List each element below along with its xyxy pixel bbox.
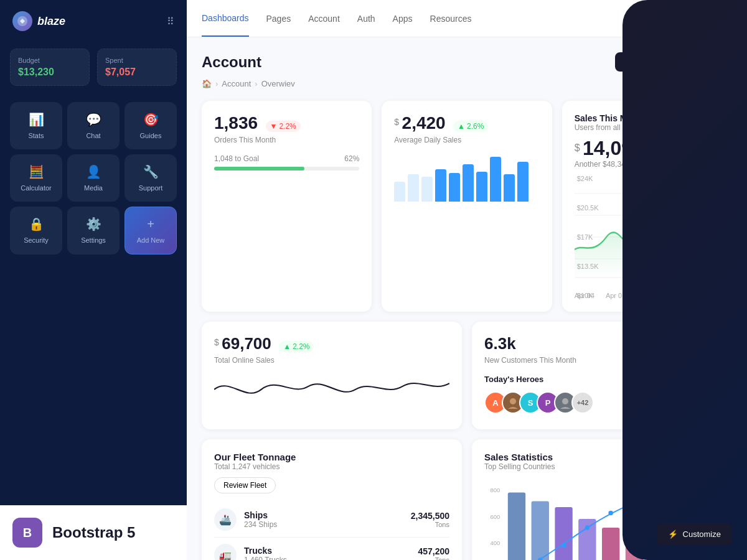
sidebar-item-label-settings: Settings: [81, 236, 106, 244]
sidebar-menu-icon[interactable]: ⠿: [167, 16, 174, 27]
trucks-icon: 🚛: [214, 544, 237, 560]
daily-sales-value: 2,420: [402, 113, 446, 133]
online-up-icon: ▲: [283, 342, 291, 351]
orders-label: Orders This Month: [214, 136, 359, 144]
nav-dashboards[interactable]: Dashboards: [202, 1, 249, 37]
fleet-subtitle: Total 1,247 vehicles: [214, 462, 449, 471]
bar-4: [435, 169, 446, 202]
logo-text: blaze: [37, 15, 65, 28]
chart-y-labels: $24K $20.5K $17K $13.5K $10K: [575, 175, 601, 299]
trucks-value: 457,200 Tons: [418, 546, 449, 560]
daily-sales-row: $ 2,420 ▲ 2.6%: [394, 113, 539, 133]
nav-auth[interactable]: Auth: [357, 1, 375, 36]
media-icon: 👤: [86, 164, 101, 179]
svg-rect-19: [602, 528, 619, 560]
sidebar-item-security[interactable]: 🔒 Security: [10, 207, 62, 254]
ships-name: Ships: [244, 510, 277, 520]
online-sales-card: $ 69,700 ▲ 2.2% Total Online Sales: [202, 322, 462, 429]
bar-1: [394, 182, 405, 202]
sidebar-item-label-chat: Chat: [86, 132, 100, 139]
bar-9: [504, 174, 515, 202]
page-title: Account: [202, 54, 261, 71]
svg-point-10: [562, 398, 568, 404]
svg-point-28: [608, 511, 613, 516]
svg-text:800: 800: [490, 487, 500, 493]
svg-rect-16: [532, 502, 549, 560]
spent-value: $7,057: [105, 67, 169, 78]
sidebar-item-chat[interactable]: 💬 Chat: [67, 102, 120, 149]
progress-label: 1,048 to Goal: [214, 154, 259, 163]
bar-7: [476, 172, 487, 202]
fleet-card: Our Fleet Tonnage Total 1,247 vehicles R…: [202, 439, 462, 560]
nav-resources[interactable]: Resources: [430, 1, 472, 36]
orders-progress: 1,048 to Goal 62%: [214, 154, 359, 170]
breadcrumb-overwiev: Overwiev: [261, 79, 295, 88]
budget-card: Budget $13,230: [10, 49, 90, 86]
down-arrow-icon: ▼: [270, 122, 278, 131]
sidebar-item-media[interactable]: 👤 Media: [67, 154, 120, 202]
calculator-icon: 🧮: [29, 164, 44, 179]
daily-sales-label: Average Daily Sales: [394, 136, 539, 144]
sidebar-item-label-media: Media: [84, 184, 103, 192]
svg-text:600: 600: [490, 513, 500, 520]
bar-6: [463, 164, 474, 202]
bar-3: [421, 177, 433, 202]
progress-pct: 62%: [344, 154, 359, 163]
y-label-4: $13.5K: [577, 263, 599, 270]
sidebar-item-label-add-new: Add New: [137, 236, 165, 244]
sales-dollar: $: [575, 142, 580, 153]
nav-pages[interactable]: Pages: [266, 1, 291, 36]
y-label-1: $24K: [577, 175, 599, 182]
bootstrap-label: Bootstrap 5: [52, 524, 135, 541]
bar-10: [517, 162, 529, 202]
online-sales-row: $ 69,700 ▲ 2.2%: [214, 334, 449, 353]
sidebar-item-label-stats: Stats: [28, 132, 44, 139]
orders-progress-header: 1,048 to Goal 62%: [214, 154, 359, 163]
sidebar-bottom: B Bootstrap 5: [0, 505, 187, 560]
daily-sales-card: $ 2,420 ▲ 2.6% Average Daily Sales: [382, 101, 552, 312]
bar-8: [490, 157, 501, 202]
nav-links: Dashboards Pages Account Auth Apps Resou…: [202, 1, 471, 37]
sidebar-item-add-new[interactable]: + Add New: [125, 207, 177, 254]
online-sales-label: Total Online Sales: [214, 356, 449, 365]
budget-value: $13,230: [18, 67, 82, 78]
orders-stat-row: 1,836 ▼ 2.2%: [214, 113, 359, 133]
ships-unit: Tons: [411, 521, 449, 528]
svg-point-26: [561, 543, 566, 548]
fleet-row-trucks: 🚛 Trucks 1,460 Trucks 457,200 Tons: [214, 538, 449, 560]
ships-icon: 🚢: [214, 508, 237, 531]
svg-rect-17: [555, 507, 572, 560]
sidebar-item-settings[interactable]: ⚙️ Settings: [67, 207, 120, 254]
sidebar-item-stats[interactable]: 📊 Stats: [10, 102, 62, 149]
bootstrap-icon: B: [12, 518, 42, 548]
review-fleet-button[interactable]: Review Fleet: [214, 477, 276, 493]
chat-icon: 💬: [86, 112, 101, 127]
nav-apps[interactable]: Apps: [393, 1, 413, 36]
y-label-3: $17K: [577, 233, 599, 241]
trucks-info: Trucks 1,460 Trucks: [244, 546, 287, 560]
fleet-title: Our Fleet Tonnage: [214, 452, 449, 462]
spent-card: Spent $7,057: [97, 49, 177, 86]
customize-button[interactable]: ⚡ Customize: [657, 523, 732, 545]
svg-rect-18: [578, 519, 596, 560]
ships-count: 234 Ships: [244, 520, 277, 529]
y-label-5: $10K: [577, 292, 599, 299]
trucks-name: Trucks: [244, 546, 287, 556]
ships-info: Ships 234 Ships: [244, 510, 277, 529]
svg-text:400: 400: [490, 539, 500, 546]
sidebar-item-support[interactable]: 🔧 Support: [125, 154, 177, 202]
logo: blaze: [12, 11, 65, 31]
sidebar-item-guides[interactable]: 🎯 Guides: [125, 102, 177, 149]
bar-5: [449, 173, 460, 202]
guides-icon: 🎯: [143, 112, 159, 127]
svg-rect-15: [508, 492, 525, 560]
trucks-unit: Tons: [418, 556, 449, 560]
online-sales-value: 69,700: [222, 334, 271, 353]
customize-icon: ⚡: [668, 530, 678, 539]
dark-overlay: [622, 0, 747, 560]
sidebar-item-calculator[interactable]: 🧮 Calculator: [10, 154, 62, 202]
hero-avatar-more: +42: [571, 391, 594, 414]
breadcrumb-account[interactable]: Account: [222, 79, 251, 88]
nav-account[interactable]: Account: [308, 1, 340, 36]
online-dollar: $: [214, 337, 219, 347]
